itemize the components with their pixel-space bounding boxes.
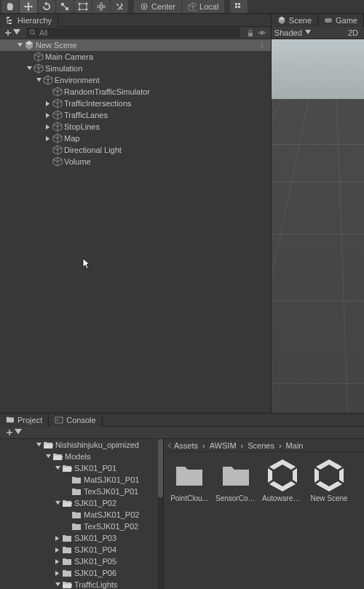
chevron-left-icon[interactable] (167, 443, 173, 448)
folder-icon (6, 416, 15, 424)
hierarchy-tab[interactable]: Hierarchy (0, 14, 58, 27)
scene-viewport[interactable] (272, 39, 364, 413)
asset-item-folder[interactable]: PointClou... (168, 458, 210, 502)
ftree-item[interactable]: TexSJK01_P02 (0, 521, 163, 532)
asset-item-scene[interactable]: New Scene (308, 458, 350, 502)
ftree-label: SJK01_P06 (74, 569, 116, 577)
ftree-item[interactable]: MatSJK01_P01 (0, 474, 163, 486)
tree-item-volume[interactable]: Volume (0, 156, 271, 167)
tree-label: StopLines (64, 122, 100, 131)
tree-label: Main Camera (45, 52, 93, 61)
foldout-icon[interactable] (44, 111, 52, 119)
visibility-icon[interactable] (258, 28, 266, 37)
ftree-item[interactable]: SJK01_P06 (0, 567, 163, 579)
ftree-item[interactable]: TrafficLights (0, 579, 163, 589)
folder-icon (62, 534, 72, 542)
tree-label: Map (64, 134, 79, 143)
ftree-label: TexSJK01_P02 (84, 522, 138, 531)
folder-icon (52, 452, 63, 461)
foldout-icon[interactable] (44, 123, 52, 131)
project-create-button[interactable] (3, 429, 25, 436)
hand-tool-button[interactable] (1, 0, 19, 13)
tree-item-tint[interactable]: TrafficIntersections (0, 98, 271, 109)
ftree-label: Models (65, 452, 90, 461)
breadcrumb-segment[interactable]: Assets (174, 441, 198, 450)
foldout-icon[interactable] (44, 100, 52, 108)
rotate-tool-button[interactable] (38, 0, 55, 13)
tree-item-dlight[interactable]: Directional Light (0, 144, 271, 156)
hierarchy-search-input[interactable]: All (26, 28, 240, 38)
asset-label: SensorConf... (215, 494, 256, 502)
transform-tool-button[interactable] (92, 0, 110, 13)
scrollbar-thumb[interactable] (158, 439, 163, 497)
asset-item-scene[interactable]: AutowareS... (261, 458, 304, 502)
svg-rect-11 (238, 3, 240, 5)
scene-tab[interactable]: Scene (272, 14, 318, 27)
svg-rect-10 (235, 3, 237, 5)
game-tab[interactable]: Game (318, 14, 364, 27)
ftree-item[interactable]: SJK01_P05 (0, 556, 163, 567)
foldout-icon[interactable] (44, 135, 52, 143)
search-placeholder: All (39, 29, 47, 37)
ftree-item[interactable]: TexSJK01_P01 (0, 486, 163, 497)
ftree-item[interactable]: MatSJK01_P02 (0, 509, 163, 521)
foldout-icon[interactable] (35, 76, 43, 84)
pivot-rotation-button[interactable]: Local (182, 0, 224, 13)
create-button[interactable] (1, 29, 23, 36)
move-tool-button[interactable] (20, 0, 37, 13)
toggle-2d-button[interactable]: 2D (345, 28, 361, 37)
ftree-item[interactable]: SJK01_P01 (0, 462, 163, 474)
tree-label: RandomTrafficSimulator (64, 87, 150, 96)
svg-rect-14 (7, 17, 9, 18)
breadcrumb-segment[interactable]: Scenes (248, 441, 274, 450)
breadcrumb-segment[interactable]: Main (286, 441, 304, 450)
chevron-down-icon (13, 29, 20, 36)
project-tab[interactable]: Project (0, 414, 49, 427)
tree-item-simulation[interactable]: Simulation (0, 63, 271, 74)
search-icon (29, 29, 36, 36)
gameobject-icon (52, 110, 63, 120)
gameobject-icon (33, 63, 44, 74)
ftree-item[interactable]: SJK01_P04 (0, 544, 163, 556)
console-tab[interactable]: Console (49, 414, 102, 427)
scene-context-button[interactable] (256, 39, 268, 52)
project-tab-label: Project (17, 416, 42, 424)
tree-item-tlanes[interactable]: TrafficLanes (0, 109, 271, 121)
breadcrumb-segment[interactable]: AWSIM (210, 441, 237, 450)
tree-item-rts[interactable]: RandomTrafficSimulator (0, 86, 271, 98)
svg-point-22 (261, 47, 263, 48)
foldout-icon[interactable] (16, 41, 24, 50)
gameobject-icon (52, 133, 63, 143)
svg-rect-0 (61, 3, 64, 6)
folder-tree-scrollbar[interactable] (158, 439, 163, 589)
tree-item-map[interactable]: Map (0, 133, 271, 144)
scale-tool-button[interactable] (56, 0, 74, 13)
ftree-item[interactable]: Models (0, 451, 163, 462)
folder-icon (71, 487, 82, 496)
console-tab-label: Console (66, 416, 95, 424)
scene-tab-label: Scene (289, 16, 312, 25)
ftree-item[interactable]: SJK01_P02 (0, 497, 163, 509)
folder-icon (62, 464, 72, 473)
draw-mode-dropdown[interactable]: Shaded (274, 28, 311, 37)
rect-tool-button[interactable] (74, 0, 92, 13)
tree-scene-root[interactable]: New Scene (0, 39, 271, 51)
svg-rect-23 (325, 18, 332, 23)
ftree-item[interactable]: SJK01_P03 (0, 532, 163, 544)
custom-tool-button[interactable] (111, 0, 128, 13)
asset-item-folder[interactable]: SensorConf... (215, 458, 257, 502)
folder-icon (62, 545, 72, 554)
gameobject-icon (52, 157, 63, 167)
tree-item-environment[interactable]: Environment (0, 74, 271, 86)
tree-item-camera[interactable]: Main Camera (0, 51, 271, 63)
snap-button[interactable] (230, 0, 248, 13)
lock-icon[interactable] (246, 28, 255, 37)
pivot-mode-button[interactable]: Center (134, 0, 181, 13)
tree-item-stop[interactable]: StopLines (0, 121, 271, 133)
ftree-label: TrafficLights (74, 580, 117, 589)
foldout-icon[interactable] (25, 65, 33, 73)
gameobject-icon (52, 122, 63, 132)
folder-icon (62, 557, 72, 566)
asset-label: AutowareS... (262, 494, 303, 502)
ftree-item[interactable]: Nishishinjuku_opimized (0, 439, 163, 451)
